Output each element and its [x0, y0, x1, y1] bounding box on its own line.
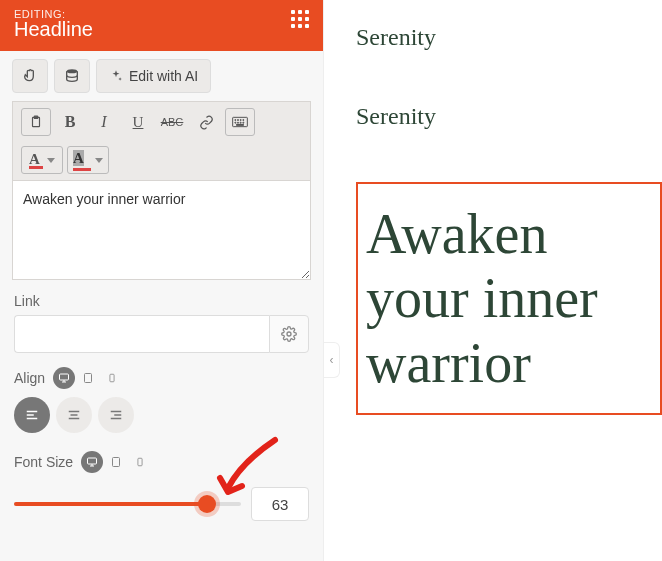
svg-rect-2	[34, 116, 38, 118]
paste-icon[interactable]	[21, 108, 51, 136]
edit-with-ai-button[interactable]: Edit with AI	[96, 59, 211, 93]
sparkles-icon	[109, 69, 123, 83]
align-center-button[interactable]	[56, 397, 92, 433]
editor-sidebar: EDITING: Headline Edit with AI B I U ABC	[0, 0, 324, 561]
ai-button-label: Edit with AI	[129, 68, 198, 84]
link-icon[interactable]	[191, 108, 221, 136]
svg-rect-14	[60, 374, 69, 380]
header-eyebrow: EDITING:	[14, 8, 309, 20]
link-field: Link	[0, 283, 323, 353]
font-size-slider[interactable]	[14, 494, 241, 514]
chevron-down-icon	[47, 158, 55, 163]
top-tool-row: Edit with AI	[0, 51, 323, 101]
mobile-icon[interactable]	[129, 451, 151, 473]
keyboard-icon[interactable]	[225, 108, 255, 136]
link-input[interactable]	[14, 315, 269, 353]
page-preview: Serenity Serenity Awaken your inner warr…	[324, 0, 662, 561]
link-settings-button[interactable]	[269, 315, 309, 353]
svg-point-10	[240, 122, 241, 123]
svg-point-5	[237, 119, 238, 120]
chevron-down-icon	[95, 158, 103, 163]
collapse-sidebar-button[interactable]: ‹	[324, 342, 340, 378]
align-buttons	[0, 397, 323, 437]
strikethrough-button[interactable]: ABC	[157, 108, 187, 136]
svg-point-0	[67, 69, 78, 73]
italic-button[interactable]: I	[89, 108, 119, 136]
svg-point-8	[235, 122, 236, 123]
svg-point-9	[237, 122, 238, 123]
svg-rect-18	[113, 458, 120, 467]
text-color-button[interactable]: A	[21, 146, 63, 174]
rte-toolbar: B I U ABC A A	[12, 101, 311, 180]
underline-button[interactable]: U	[123, 108, 153, 136]
svg-rect-16	[110, 374, 114, 382]
tablet-icon[interactable]	[77, 367, 99, 389]
headline-textarea[interactable]	[12, 180, 311, 280]
svg-point-11	[243, 122, 244, 123]
brand-text-1: Serenity	[356, 24, 662, 51]
align-label: Align	[14, 370, 45, 386]
svg-rect-19	[138, 458, 142, 466]
background-color-button[interactable]: A	[67, 146, 109, 174]
database-icon[interactable]	[54, 59, 90, 93]
rich-text-editor: B I U ABC A A	[12, 101, 311, 283]
gear-icon	[281, 326, 297, 342]
svg-rect-15	[85, 374, 92, 383]
brand-text-2: Serenity	[356, 103, 662, 130]
font-size-label: Font Size	[14, 454, 73, 470]
header-title: Headline	[14, 18, 309, 41]
svg-point-4	[235, 119, 236, 120]
align-right-button[interactable]	[98, 397, 134, 433]
font-size-section: Font Size	[0, 437, 323, 481]
pan-hand-icon[interactable]	[12, 59, 48, 93]
tablet-icon[interactable]	[105, 451, 127, 473]
font-size-input[interactable]	[251, 487, 309, 521]
align-left-button[interactable]	[14, 397, 50, 433]
headline-preview-box[interactable]: Awaken your inner warrior	[356, 182, 662, 415]
headline-preview-text: Awaken your inner warrior	[366, 202, 652, 395]
desktop-icon[interactable]	[81, 451, 103, 473]
svg-rect-12	[237, 124, 244, 125]
chevron-left-icon: ‹	[330, 353, 334, 367]
panel-header: EDITING: Headline	[0, 0, 323, 51]
align-section: Align	[0, 353, 323, 397]
svg-point-7	[243, 119, 244, 120]
slider-thumb[interactable]	[198, 495, 216, 513]
mobile-icon[interactable]	[101, 367, 123, 389]
desktop-icon[interactable]	[53, 367, 75, 389]
drag-handle-icon[interactable]	[291, 10, 309, 28]
bold-button[interactable]: B	[55, 108, 85, 136]
svg-point-13	[287, 332, 291, 336]
svg-point-6	[240, 119, 241, 120]
svg-rect-17	[88, 458, 97, 464]
link-label: Link	[14, 293, 309, 309]
font-size-slider-row	[0, 481, 323, 535]
